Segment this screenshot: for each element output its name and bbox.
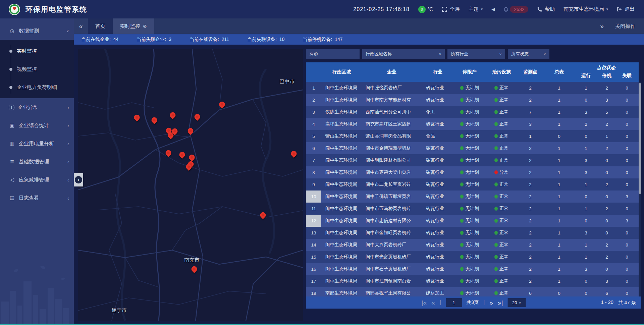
cell-region: 高坪生态环境局 — [321, 118, 362, 130]
temperature-widget: 0 ℃ — [418, 6, 433, 13]
table-row[interactable]: 6阆中生态环境局阆中市金博瑞新型墙材砖瓦行业无计划正常21120 — [306, 142, 639, 154]
prev-page-button[interactable]: « — [431, 300, 435, 306]
col-index — [306, 62, 321, 82]
sidebar-item-icon: ! — [9, 105, 14, 110]
page-size-value: 20 — [512, 300, 517, 305]
help-button[interactable]: 帮助 — [537, 6, 555, 12]
panel-collapse-button[interactable]: ‹ — [74, 173, 83, 186]
sidebar-item-1[interactable]: !企业异常‹ — [0, 98, 74, 116]
tab-close-icon[interactable]: ⊗ — [143, 23, 147, 29]
table-row[interactable]: 9阆中生态环境局阆中市二龙长宝页岩砖砖瓦行业无计划正常21120 — [306, 178, 639, 191]
table-row[interactable]: 17阆中生态环境局阆中市江南镇阆南页岩砖瓦行业无计划正常21030 — [306, 275, 639, 287]
status-dot-green — [460, 207, 464, 211]
table-row[interactable]: 3仪陇生态环境局西南油气田分公司川中化工无计划正常71350 — [306, 106, 639, 118]
cell-monitor-points: 1 — [517, 130, 543, 142]
name-filter-input[interactable] — [306, 49, 360, 59]
first-page-button[interactable]: |« — [422, 300, 427, 306]
status-dot-green — [460, 158, 464, 162]
notifications-button[interactable]: 2632 — [503, 6, 528, 13]
cell-stopped: 2 — [597, 178, 616, 191]
cell-industry: 食品 — [422, 130, 453, 142]
table-row[interactable]: 14阆中生态环境局阆中大兴页岩机砖厂砖瓦行业无计划正常21120 — [306, 239, 639, 251]
cell-industry: 砖瓦行业 — [422, 154, 453, 166]
cell-running: 0 — [575, 130, 597, 142]
cell-company: 阆中千佛镇五郎垭页岩 — [362, 191, 422, 203]
cell-total-meter: 1 — [543, 239, 575, 251]
cell-company: 阆中大兴页岩机砖厂 — [362, 239, 422, 251]
table-row[interactable]: 18南部生态环境局南部县砚华土河有限公建材加工无计划正常60060 — [306, 287, 639, 296]
temperature-unit: ℃ — [427, 6, 433, 12]
cell-running: 1 — [575, 239, 597, 251]
sidebar-item-6[interactable]: ▤日志查看‹ — [0, 189, 74, 207]
row-index: 16 — [306, 263, 321, 275]
sidebar-item-4[interactable]: ≣基础数据管理‹ — [0, 153, 74, 171]
table-row[interactable]: 2阆中生态环境局阆中市南方节能建材有砖瓦行业无计划正常21030 — [306, 94, 639, 106]
cell-total-meter: 1 — [543, 215, 575, 227]
tabs-scroll-left-button[interactable]: « — [74, 18, 88, 34]
status-filter-select[interactable]: 所有状态 ∨ — [508, 49, 549, 59]
theme-dropdown[interactable]: 主题 ▾ — [469, 6, 483, 12]
fullscreen-button[interactable]: 全屏 — [442, 6, 460, 12]
logout-button[interactable]: 退出 — [617, 6, 635, 12]
close-operations-button[interactable]: 关闭操作 — [615, 23, 635, 30]
status-dot-green — [460, 110, 464, 114]
status-dot-green — [460, 279, 464, 283]
cell-production-limit: 无计划 — [453, 118, 486, 130]
sidebar-item-0[interactable]: ◷数据监测∨ — [0, 22, 74, 40]
table-row[interactable]: 15阆中生态环境局阆中市光富页岩机砖厂砖瓦行业无计划正常21120 — [306, 251, 639, 263]
table-row[interactable]: 12阆中生态环境局阆中市忠信建材有限公砖瓦行业无计划正常21003 — [306, 215, 639, 227]
cell-production-limit: 无计划 — [453, 287, 486, 296]
cell-total-meter: 1 — [543, 154, 575, 166]
table-row[interactable]: 16阆中生态环境局阆中市石子页岩机砖厂砖瓦行业无计划正常21300 — [306, 263, 639, 275]
tab-realtime-monitoring[interactable]: 实时监控 ⊗ — [113, 18, 154, 34]
app-title: 环保用电监管系统 — [25, 5, 87, 14]
cell-pollution-facility: 正常 — [486, 275, 517, 287]
chevron-left-icon: ‹ — [67, 177, 69, 183]
region-filter-select[interactable]: 行政区域名称 ∨ — [362, 49, 445, 59]
page-size-select[interactable]: 20 ∨ — [507, 298, 526, 307]
cell-pollution-facility: 正常 — [486, 178, 517, 191]
cell-total-meter: 1 — [543, 82, 575, 94]
table-row[interactable]: 5营山生态环境局营山县润丰肉食品有限食品无计划正常10010 — [306, 130, 639, 142]
status-dot-green — [494, 98, 498, 102]
row-index: 7 — [306, 154, 321, 166]
table-row[interactable]: 1阆中生态环境局阆中强锐页岩砖厂砖瓦行业无计划正常21120 — [306, 82, 639, 94]
table-row[interactable]: 4高坪生态环境局南充市高坪区王家店建砖瓦行业无计划正常31220 — [306, 118, 639, 130]
cell-region: 阆中生态环境局 — [321, 154, 362, 166]
sound-mute-button[interactable]: ◀ — [491, 7, 495, 12]
status-dot-green — [460, 291, 464, 295]
double-chevron-right-icon[interactable]: » — [600, 22, 604, 30]
sidebar-item-icon: ▥ — [9, 140, 15, 147]
table-row[interactable]: 10阆中生态环境局阆中千佛镇五郎垭页岩砖瓦行业无计划正常21003 — [306, 191, 639, 203]
cell-industry: 砖瓦行业 — [422, 215, 453, 227]
sidebar-subitem-label: 视频监控 — [17, 66, 37, 72]
industry-filter-select[interactable]: 所有行业 ∨ — [447, 49, 505, 59]
cell-offline: 0 — [616, 118, 637, 130]
sidebar-subitem-0[interactable]: 实时监控 — [0, 42, 74, 60]
cell-pollution-facility: 正常 — [486, 239, 517, 251]
next-page-button[interactable]: » — [489, 300, 493, 306]
scrollbar-thumb[interactable] — [639, 83, 641, 194]
status-dot-green — [494, 182, 498, 186]
tab-home[interactable]: 首页 — [88, 18, 113, 34]
cell-offline: 0 — [616, 251, 637, 263]
cell-offline: 0 — [616, 82, 637, 94]
sidebar-subitem-1[interactable]: 视频监控 — [0, 60, 74, 78]
table-row[interactable]: 11阆中生态环境局阆中市五马桥页岩机砖砖瓦行业无计划正常21120 — [306, 203, 639, 215]
table-row[interactable]: 8阆中生态环境局阆中市枣碧大梁山页岩砖瓦行业无计划异常21300 — [306, 166, 639, 178]
submenu-dot-icon — [9, 68, 12, 71]
map-canvas[interactable]: 巴中市南充市遂宁市 — [78, 49, 303, 321]
pagination-bar: |« « | 1 共3页 | » »| 20 ∨ 1 - 20 共 47 条 — [306, 296, 641, 309]
sidebar-menu: ◷数据监测∨实时监控视频监控企业电力负荷明细!企业异常‹▣企业综合统计‹▥企业用… — [0, 18, 74, 207]
table-row[interactable]: 7阆中生态环境局阆中明阳建材有限公司砖瓦行业无计划正常21300 — [306, 154, 639, 166]
page-number-input[interactable]: 1 — [446, 298, 462, 307]
org-dropdown[interactable]: 南充市生态环境局 ▾ — [564, 6, 608, 12]
table-row[interactable]: 13阆中生态环境局阆中市金福旺页岩机砖砖瓦行业无计划正常21300 — [306, 227, 639, 239]
last-page-button[interactable]: »| — [498, 300, 503, 306]
skyline-decoration — [0, 261, 74, 325]
cell-region: 阆中生态环境局 — [321, 142, 362, 154]
sidebar-item-3[interactable]: ▥企业用电量分析‹ — [0, 134, 74, 153]
sidebar-subitem-2[interactable]: 企业电力负荷明细 — [0, 78, 74, 96]
sidebar-item-2[interactable]: ▣企业综合统计‹ — [0, 116, 74, 134]
sidebar-item-5[interactable]: ◁应急减排管理‹ — [0, 171, 74, 189]
